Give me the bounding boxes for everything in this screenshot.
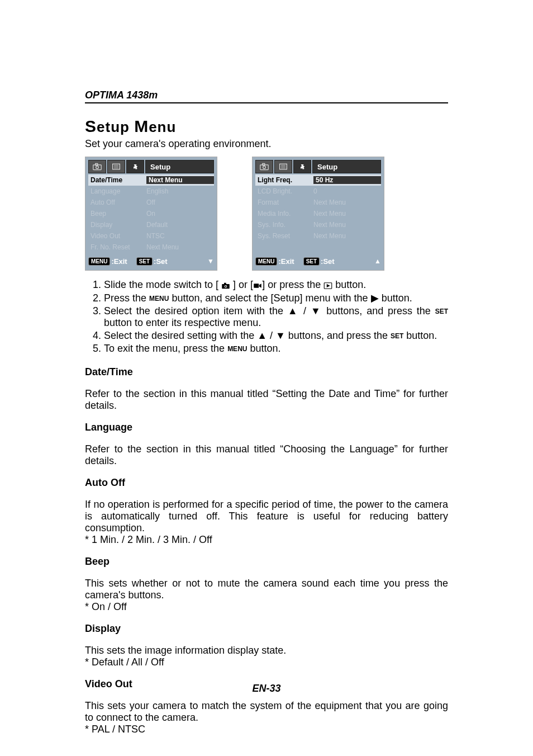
step-2: Press the MENU button, and select the [S… bbox=[104, 291, 448, 305]
set-pill: SET bbox=[303, 257, 320, 266]
set-label: :Set bbox=[321, 257, 335, 266]
menu-item-value: Next Menu bbox=[146, 176, 214, 184]
steps-list: Slide the mode switch to [ ] or [] or pr… bbox=[85, 278, 448, 355]
autooff-body-1: If no operation is performed for a speci… bbox=[85, 499, 448, 534]
menu-item-label: Date/Time bbox=[88, 176, 146, 184]
tab-camera-icon bbox=[88, 160, 106, 173]
menu-item-value: English bbox=[146, 187, 214, 195]
model-label: OPTIMA 1438m bbox=[85, 89, 158, 101]
menu-item-label: Sys. Reset bbox=[255, 232, 313, 240]
setup-screenshot-2: Setup Light Freq.50 Hz LCD Bright.0 Form… bbox=[252, 157, 384, 271]
tab-setup-icon bbox=[293, 160, 311, 173]
menu-item-label: Format bbox=[255, 199, 313, 206]
step-1: Slide the mode switch to [ ] or [] or pr… bbox=[104, 278, 448, 291]
page-number: EN-33 bbox=[0, 683, 533, 694]
menu-item-value: On bbox=[146, 210, 214, 218]
menu-item-value: Next Menu bbox=[313, 199, 381, 206]
page-title: Setup Menu bbox=[85, 117, 448, 136]
menu-item-label: Light Freq. bbox=[255, 176, 313, 184]
menu-item-value: Off bbox=[146, 199, 214, 206]
tab-camera-icon bbox=[255, 160, 273, 173]
exit-label: :Exit bbox=[111, 257, 127, 266]
setup-screenshot-1: Setup Date/TimeNext Menu LanguageEnglish… bbox=[85, 157, 217, 271]
menu-item-value: NTSC bbox=[146, 232, 214, 240]
menu-item-value: 50 Hz bbox=[313, 176, 381, 184]
set-text-icon: SET bbox=[435, 308, 448, 315]
menu-item-value: Default bbox=[146, 221, 214, 229]
language-body: Refer to the section in this manual titl… bbox=[85, 443, 448, 467]
right-arrow-icon: ▶ bbox=[371, 292, 379, 304]
menu-item-value: 0 bbox=[313, 187, 381, 195]
autooff-heading: Auto Off bbox=[85, 477, 448, 489]
menu-item-label: Video Out bbox=[88, 232, 146, 240]
menu-item-value: Next Menu bbox=[313, 221, 381, 229]
menu-pill: MENU bbox=[88, 257, 110, 266]
beep-heading: Beep bbox=[85, 556, 448, 568]
autooff-body-2: * 1 Min. / 2 Min. / 3 Min. / Off bbox=[85, 534, 448, 546]
play-icon bbox=[323, 282, 332, 289]
step-3: Select the desired option item with the … bbox=[104, 305, 448, 329]
down-arrow-icon: ▼ bbox=[275, 330, 285, 341]
display-heading: Display bbox=[85, 623, 448, 635]
svg-marker-19 bbox=[259, 284, 261, 288]
set-label: :Set bbox=[154, 257, 168, 266]
menu-item-label: Beep bbox=[88, 210, 146, 218]
menu-pill: MENU bbox=[255, 257, 277, 266]
svg-point-9 bbox=[263, 166, 266, 169]
menu-item-value: Next Menu bbox=[313, 232, 381, 240]
down-arrow-icon: ▼ bbox=[311, 305, 322, 316]
svg-rect-18 bbox=[254, 284, 259, 288]
arrow-up-icon: ▲ bbox=[374, 257, 381, 265]
step-4: Select the desired setting with the ▲ / … bbox=[104, 329, 448, 342]
videoout-body-2: * PAL / NTSC bbox=[85, 724, 448, 735]
menu-item-value: Next Menu bbox=[313, 210, 381, 218]
datetime-heading: Date/Time bbox=[85, 366, 448, 378]
menu-item-label: Display bbox=[88, 221, 146, 229]
menu-item-label: Language bbox=[88, 187, 146, 195]
set-text-icon: SET bbox=[391, 332, 403, 340]
set-pill: SET bbox=[136, 257, 153, 266]
svg-rect-15 bbox=[224, 283, 226, 285]
up-arrow-icon: ▲ bbox=[288, 305, 299, 316]
up-arrow-icon: ▲ bbox=[257, 330, 267, 341]
svg-point-17 bbox=[225, 286, 226, 287]
datetime-body: Refer to the section in this manual titl… bbox=[85, 388, 448, 412]
menu-item-label: Sys. Info. bbox=[255, 221, 313, 229]
tab-list-icon bbox=[274, 160, 292, 173]
svg-point-2 bbox=[96, 166, 99, 169]
screenshot-row: Setup Date/TimeNext Menu LanguageEnglish… bbox=[85, 157, 448, 271]
arrow-down-icon: ▼ bbox=[207, 257, 214, 265]
menu-item-label: Auto Off bbox=[88, 199, 146, 206]
camera-icon bbox=[221, 282, 230, 289]
tab-title: Setup bbox=[312, 160, 381, 173]
page-header: OPTIMA 1438m bbox=[85, 89, 448, 103]
page-subtitle: Set your camera's operating environment. bbox=[85, 138, 448, 150]
exit-label: :Exit bbox=[278, 257, 294, 266]
svg-marker-21 bbox=[327, 284, 330, 287]
beep-body-2: * On / Off bbox=[85, 601, 448, 613]
videoout-body-1: This sets your camera to match the syste… bbox=[85, 700, 448, 724]
tab-list-icon bbox=[107, 160, 125, 173]
video-icon bbox=[253, 282, 262, 289]
menu-text-icon: MENU bbox=[227, 345, 247, 353]
svg-rect-1 bbox=[96, 163, 98, 165]
tab-setup-icon bbox=[126, 160, 144, 173]
language-heading: Language bbox=[85, 422, 448, 433]
beep-body-1: This sets whether or not to mute the cam… bbox=[85, 578, 448, 601]
display-body-1: This sets the image information display … bbox=[85, 645, 448, 656]
svg-rect-8 bbox=[263, 163, 265, 165]
step-5: To exit the menu, press the MENU button. bbox=[104, 342, 448, 355]
menu-text-icon: MENU bbox=[149, 295, 169, 303]
menu-item-label: Media Info. bbox=[255, 210, 313, 218]
tab-title: Setup bbox=[145, 160, 214, 173]
display-body-2: * Default / All / Off bbox=[85, 656, 448, 668]
menu-item-value: Next Menu bbox=[146, 243, 214, 251]
menu-item-label: Fr. No. Reset bbox=[88, 243, 146, 251]
menu-item-label: LCD Bright. bbox=[255, 187, 313, 195]
